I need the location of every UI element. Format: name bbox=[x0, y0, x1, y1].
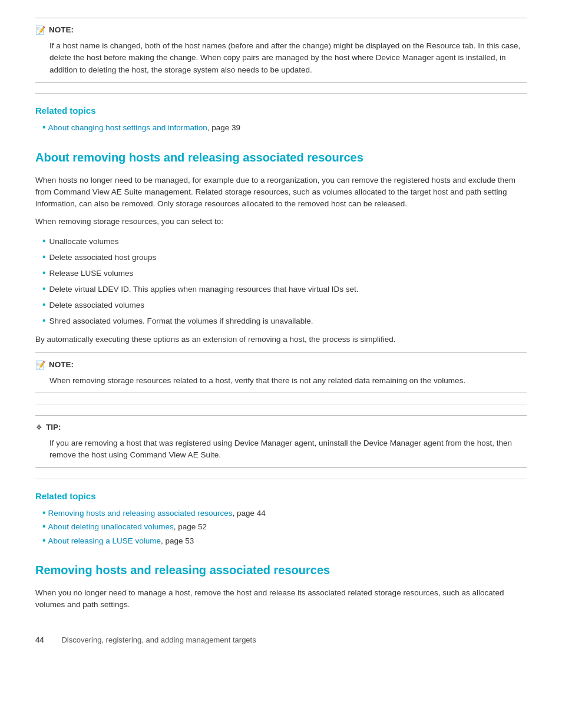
section-1-para-2: When removing storage resources, you can… bbox=[35, 216, 527, 228]
related-link-suffix-2a: , page 44 bbox=[233, 509, 266, 518]
bullet-icon: • bbox=[42, 508, 46, 518]
footer-page-number: 44 bbox=[35, 634, 44, 646]
note-label-1: 📝 NOTE: bbox=[35, 24, 527, 37]
tip-text: If you are removing a host that was regi… bbox=[49, 437, 527, 462]
section-2-para-1: When you no longer need to manage a host… bbox=[35, 587, 527, 611]
note-text-2: When removing storage resources related … bbox=[49, 375, 527, 387]
list-item: • Unallocate volumes bbox=[42, 234, 527, 248]
related-link-suffix-1: , page 39 bbox=[207, 123, 240, 132]
tip-box: ✧ TIP: If you are removing a host that w… bbox=[35, 415, 527, 468]
bullet-icon: • bbox=[42, 522, 46, 531]
list-item: • Shred associated volumes. Format the v… bbox=[42, 314, 527, 328]
bullet-text-3: Delete virtual LDEV ID. This applies whe… bbox=[49, 284, 359, 295]
related-link-1: About changing host settings and informa… bbox=[48, 122, 241, 134]
bullet-icon: • bbox=[42, 250, 46, 264]
related-topics-section-2: Related topics • Removing hosts and rele… bbox=[35, 490, 527, 547]
tip-label-text: TIP: bbox=[46, 421, 61, 433]
related-topics-list-2: • Removing hosts and releasing associate… bbox=[42, 508, 527, 547]
tip-icon: ✧ bbox=[35, 421, 42, 434]
note-label-text-2: NOTE: bbox=[49, 359, 74, 371]
bullet-icon: • bbox=[42, 298, 46, 312]
bullet-icon: • bbox=[42, 282, 46, 296]
section-1-para-3: By automatically executing these options… bbox=[35, 334, 527, 345]
related-link-anchor-2a[interactable]: Removing hosts and releasing associated … bbox=[48, 509, 233, 518]
list-item: • Release LUSE volumes bbox=[42, 266, 527, 280]
page-footer: 44 Discovering, registering, and adding … bbox=[35, 634, 527, 646]
related-topics-list-1: • About changing host settings and infor… bbox=[42, 122, 527, 134]
list-item: • Delete associated host groups bbox=[42, 250, 527, 264]
bullet-text-4: Delete associated volumes bbox=[49, 299, 144, 311]
related-link-suffix-2b: , page 52 bbox=[174, 522, 207, 531]
note-label-text-1: NOTE: bbox=[49, 24, 74, 36]
related-link-2b: About deleting unallocated volumes, page… bbox=[48, 521, 207, 533]
related-link-anchor-2b[interactable]: About deleting unallocated volumes bbox=[48, 522, 174, 531]
note-icon-1: 📝 bbox=[35, 24, 45, 37]
section-1-heading: About removing hosts and releasing assoc… bbox=[35, 149, 527, 166]
related-link-suffix-2c: , page 53 bbox=[161, 536, 194, 545]
related-link-2a: Removing hosts and releasing associated … bbox=[48, 508, 266, 519]
list-item: • Removing hosts and releasing associate… bbox=[42, 508, 527, 519]
bullet-text-2: Release LUSE volumes bbox=[49, 268, 134, 279]
note-box-1: 📝 NOTE: If a host name is changed, both … bbox=[35, 18, 527, 83]
note-text-1: If a host name is changed, both of the h… bbox=[49, 40, 527, 76]
list-item: • Delete virtual LDEV ID. This applies w… bbox=[42, 282, 527, 296]
bullet-icon: • bbox=[42, 314, 46, 328]
related-link-anchor-2c[interactable]: About releasing a LUSE volume bbox=[48, 536, 161, 545]
related-topics-section-1: Related topics • About changing host set… bbox=[35, 104, 527, 134]
related-link-2c: About releasing a LUSE volume, page 53 bbox=[48, 535, 194, 547]
list-item: • About changing host settings and infor… bbox=[42, 122, 527, 134]
list-item: • Delete associated volumes bbox=[42, 298, 527, 312]
list-item: • About releasing a LUSE volume, page 53 bbox=[42, 535, 527, 547]
bullet-text-0: Unallocate volumes bbox=[49, 236, 119, 248]
bullet-icon: • bbox=[42, 123, 46, 132]
bullet-text-5: Shred associated volumes. Format the vol… bbox=[49, 315, 313, 327]
bullet-icon: • bbox=[42, 266, 46, 280]
note-icon-2: 📝 bbox=[35, 359, 45, 371]
note-label-2: 📝 NOTE: bbox=[35, 359, 527, 371]
tip-label: ✧ TIP: bbox=[35, 421, 527, 434]
footer-description: Discovering, registering, and adding man… bbox=[61, 634, 256, 646]
note-box-2: 📝 NOTE: When removing storage resources … bbox=[35, 353, 527, 393]
related-topics-heading-2: Related topics bbox=[35, 490, 527, 503]
bullet-icon: • bbox=[42, 536, 46, 545]
section-1-bullets: • Unallocate volumes • Delete associated… bbox=[42, 234, 527, 328]
bullet-text-1: Delete associated host groups bbox=[49, 252, 157, 263]
list-item: • About deleting unallocated volumes, pa… bbox=[42, 521, 527, 533]
related-topics-heading-1: Related topics bbox=[35, 104, 527, 118]
section-2-heading: Removing hosts and releasing associated … bbox=[35, 561, 527, 579]
related-link-anchor-1[interactable]: About changing host settings and informa… bbox=[48, 123, 207, 132]
section-1-para-1: When hosts no longer need to be managed,… bbox=[35, 174, 527, 210]
bullet-icon: • bbox=[42, 234, 46, 248]
